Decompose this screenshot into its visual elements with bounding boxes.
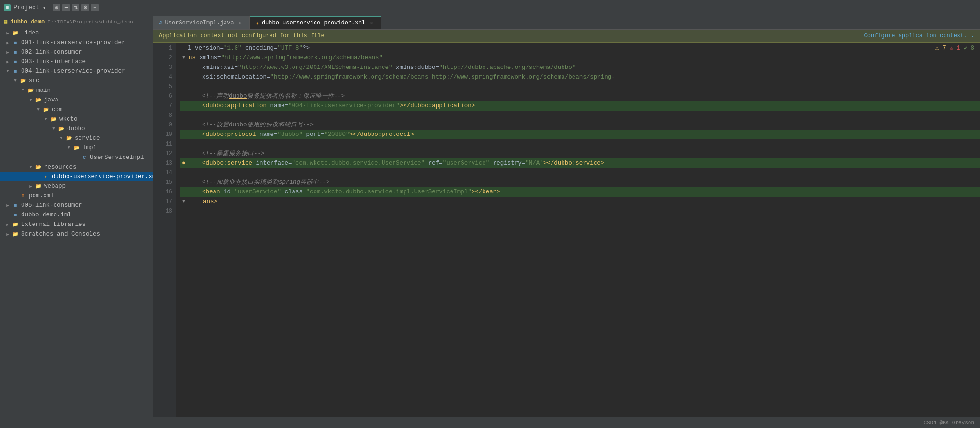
sidebar-item-webapp[interactable]: ▶ 📁 webapp	[0, 181, 153, 191]
code-line-2: ▼ ns xmlns="http://www.springframework.o…	[180, 53, 980, 63]
arrow-icon-005: ▶	[4, 203, 11, 208]
title-bar: ▦ Project ▾ ⊕ ☰ ⇅ ⚙ −	[0, 0, 980, 15]
sidebar-label-userserviceimpl: UserServiceImpl	[90, 154, 153, 161]
editor-container: J UserServiceImpl.java ✕ ✦ dubbo-userser…	[153, 15, 980, 428]
configure-context-link[interactable]: Configure application context...	[864, 33, 974, 39]
code-line-7: <dubbo:application name="004-link-userse…	[180, 101, 980, 111]
warning-bar: Application context not configured for t…	[153, 30, 980, 43]
code-line-15: <!--加载业务接口实现类到spring容器中-->	[180, 178, 980, 187]
tab-dubbo-xml[interactable]: ✦ dubbo-userservice-provider.xml ✕	[250, 16, 381, 29]
sidebar-item-iml[interactable]: ▶ ◼ dubbo_demo.iml	[0, 210, 153, 220]
arrow-icon-webapp: ▶	[27, 184, 34, 189]
code-line-1: l version="1.0" encoding="UTF-8"?>	[180, 44, 980, 53]
xml-icon-dubbo: ✦	[42, 173, 50, 180]
code-line-8	[180, 111, 980, 120]
line-numbers: 1 2 3 4 5 6 7 8 9 10 11 12 13 14 15 16 1	[153, 43, 176, 417]
project-root-icon: ▦	[4, 18, 7, 25]
sidebar-item-userserviceimpl[interactable]: ▶ C UserServiceImpl	[0, 153, 153, 162]
arrow-icon-main: ▼	[19, 88, 27, 93]
sidebar-item-idea[interactable]: ▶ 📁 .idea	[0, 28, 153, 38]
module-icon-001: ◼	[11, 39, 19, 46]
project-icon: ▦	[4, 4, 11, 11]
module-icon-005: ◼	[11, 202, 19, 209]
sidebar-label-dubbo: dubbo	[67, 125, 153, 132]
sidebar-item-002[interactable]: ▶ ◼ 002-link-consumer	[0, 47, 153, 57]
sidebar-item-pom[interactable]: ▶ M pom.xml	[0, 191, 153, 201]
close-panel-btn[interactable]: −	[91, 4, 99, 11]
sidebar-label-main: main	[36, 87, 153, 94]
tab-icon-java: J	[159, 20, 162, 26]
code-line-16: <bean id="userService" class="com.wkcto.…	[180, 187, 980, 197]
tab-close-userserviceimpl[interactable]: ✕	[237, 20, 244, 26]
arrow-icon-wkcto: ▼	[42, 117, 50, 122]
settings-btn[interactable]: ⚙	[81, 4, 89, 11]
sidebar-header: ▦ dubbo_demo E:\IDEA\Projects\dubbo_demo	[0, 15, 153, 28]
code-line-6: <!--声明dubbo服务提供者的名称：保证唯一性-->	[180, 91, 980, 101]
project-root-name: dubbo_demo	[10, 19, 45, 25]
code-line-11	[180, 139, 980, 149]
main-layout: ▦ dubbo_demo E:\IDEA\Projects\dubbo_demo…	[0, 15, 980, 428]
folder-icon-dubbo: 📂	[57, 125, 65, 133]
sidebar-item-com[interactable]: ▼ 📂 com	[0, 105, 153, 114]
arrow-icon-src: ▼	[11, 79, 19, 83]
arrow-icon-com: ▼	[34, 107, 42, 112]
sidebar: ▦ dubbo_demo E:\IDEA\Projects\dubbo_demo…	[0, 15, 153, 428]
sidebar-item-main[interactable]: ▼ 📂 main	[0, 86, 153, 95]
tab-userserviceimpl[interactable]: J UserServiceImpl.java ✕	[153, 16, 250, 29]
folder-icon-com: 📂	[42, 106, 50, 113]
folder-icon-java: 📂	[34, 96, 42, 104]
sidebar-item-005[interactable]: ▶ ◼ 005-link-consumer	[0, 201, 153, 210]
code-content[interactable]: l version="1.0" encoding="UTF-8"?> ▼ ns …	[176, 43, 980, 417]
sidebar-item-scratches[interactable]: ▶ 📁 Scratches and Consoles	[0, 229, 153, 239]
code-line-17: ▼ ans>	[180, 197, 980, 206]
sidebar-label-002: 002-link-consumer	[21, 49, 153, 56]
title-bar-actions: ⊕ ☰ ⇅ ⚙ −	[53, 4, 99, 11]
sidebar-label-service: service	[75, 135, 153, 142]
sidebar-item-impl[interactable]: ▼ 📂 impl	[0, 143, 153, 153]
tab-label-dubbo-xml: dubbo-userservice-provider.xml	[262, 20, 365, 26]
sidebar-item-dubbo[interactable]: ▼ 📂 dubbo	[0, 124, 153, 134]
sidebar-label-iml: dubbo_demo.iml	[21, 212, 153, 218]
sidebar-item-src[interactable]: ▼ 📂 src	[0, 76, 153, 86]
sidebar-label-004: 004-link-userservice-provider	[21, 68, 153, 75]
sidebar-label-impl: impl	[82, 145, 153, 151]
sidebar-item-service[interactable]: ▼ 📂 service	[0, 134, 153, 143]
sidebar-label-java: java	[44, 97, 153, 103]
warning-message: Application context not configured for t…	[159, 33, 325, 39]
sidebar-item-wkcto[interactable]: ▼ 📂 wkcto	[0, 114, 153, 124]
code-line-10: <dubbo:protocol name="dubbo" port="20880…	[180, 130, 980, 139]
folder-icon-idea: 📁	[11, 29, 19, 37]
sidebar-item-004[interactable]: ▼ ◼ 004-link-userservice-provider	[0, 67, 153, 76]
sidebar-label-001: 001-link-userservice-provider	[21, 39, 153, 46]
sidebar-item-003[interactable]: ▶ ◼ 003-link-interface	[0, 57, 153, 67]
code-line-14	[180, 168, 980, 178]
title-dropdown-icon[interactable]: ▾	[43, 4, 46, 11]
tab-icon-xml: ✦	[256, 20, 259, 27]
arrow-icon-impl: ▼	[65, 146, 73, 150]
arrow-icon-resources: ▼	[27, 165, 34, 169]
sidebar-tree: ▶ 📁 .idea ▶ ◼ 001-link-userservice-provi…	[0, 28, 153, 428]
fold-17[interactable]: ▼	[180, 197, 188, 206]
sidebar-label-005: 005-link-consumer	[21, 202, 153, 209]
bottom-bar: CSDN @KK-Greyson	[153, 417, 980, 428]
nav-btn-1[interactable]: ⊕	[53, 4, 60, 11]
sidebar-label-webapp: webapp	[44, 183, 153, 190]
arrow-icon-004: ▼	[4, 69, 11, 74]
tab-close-dubbo-xml[interactable]: ✕	[368, 20, 375, 26]
sidebar-item-dubbo-xml[interactable]: ▶ ✦ dubbo-userservice-provider.xml	[0, 172, 153, 181]
code-line-13: ● <dubbo:service interface="com.wkcto.du…	[180, 158, 980, 168]
sidebar-item-java[interactable]: ▼ 📂 java	[0, 95, 153, 105]
sidebar-item-001[interactable]: ▶ ◼ 001-link-userservice-provider	[0, 38, 153, 47]
folder-icon-src: 📂	[19, 77, 27, 85]
sidebar-item-ext-libs[interactable]: ▶ 📁 External Libraries	[0, 220, 153, 229]
java-icon-userserviceimpl: C	[80, 154, 88, 161]
warning-icon-13: ●	[180, 158, 188, 168]
pom-icon: M	[19, 192, 27, 200]
nav-btn-2[interactable]: ☰	[62, 4, 70, 11]
sidebar-item-resources[interactable]: ▼ 📂 resources	[0, 162, 153, 172]
sidebar-label-wkcto: wkcto	[59, 116, 153, 123]
fold-2[interactable]: ▼	[180, 53, 188, 63]
module-icon-003: ◼	[11, 58, 19, 66]
iml-icon: ◼	[11, 211, 19, 219]
nav-btn-3[interactable]: ⇅	[72, 4, 79, 11]
